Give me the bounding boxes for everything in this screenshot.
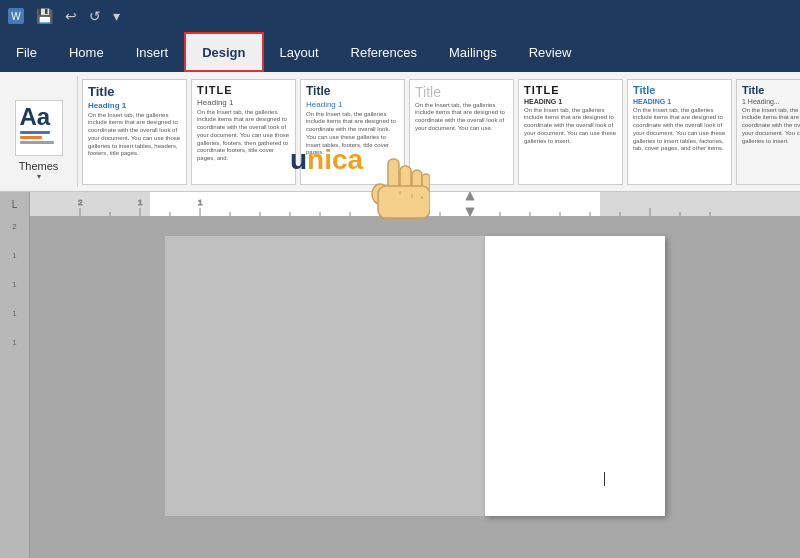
svg-text:2: 2	[78, 198, 83, 207]
undo-button[interactable]: ↩	[61, 8, 81, 24]
redo-button[interactable]: ↺	[85, 8, 105, 24]
page-left	[165, 236, 485, 516]
themes-aa-letter: Aa	[20, 105, 51, 129]
save-button[interactable]: 💾	[32, 8, 57, 24]
style-1-heading: Heading 1	[88, 101, 181, 110]
svg-rect-9	[150, 192, 600, 216]
svg-text:1: 1	[138, 198, 143, 207]
menu-review[interactable]: Review	[513, 32, 588, 72]
menu-insert[interactable]: Insert	[120, 32, 185, 72]
customize-button[interactable]: ▾	[109, 8, 124, 24]
style-1-title: Title	[88, 84, 181, 99]
text-cursor	[604, 472, 605, 486]
horizontal-ruler: 2 1 1	[30, 192, 800, 216]
themes-line-gray	[20, 141, 54, 144]
style-1-text: On the Insert tab, the galleries include…	[88, 112, 181, 159]
style-6-title: Title	[633, 84, 726, 96]
style-6-text: On the Insert tab, the galleries include…	[633, 107, 726, 154]
style-item-5[interactable]: TITLE HEADING 1 On the Insert tab, the g…	[518, 79, 623, 185]
menu-bar: File Home Insert Design Layout Reference…	[0, 32, 800, 72]
style-item-6[interactable]: Title HEADING 1 On the Insert tab, the g…	[627, 79, 732, 185]
style-item-3[interactable]: Title Heading 1 On the Insert tab, the g…	[300, 79, 405, 185]
style-3-title: Title	[306, 84, 399, 98]
ribbon: Aa Themes ▾ Title Heading 1 On the Inser…	[0, 72, 800, 192]
style-5-title: TITLE	[524, 84, 617, 96]
themes-line-orange	[20, 136, 43, 139]
vertical-ruler: 2 1 1 1 1	[0, 216, 30, 558]
document-canvas	[30, 216, 800, 558]
style-2-heading: Heading 1	[197, 98, 290, 107]
style-4-title: Title	[415, 84, 508, 100]
style-5-heading: HEADING 1	[524, 98, 617, 105]
title-bar: W 💾 ↩ ↺ ▾	[0, 0, 800, 32]
style-2-text: On the Insert tab, the galleries include…	[197, 109, 290, 164]
ruler-container: L 2 1 1	[0, 192, 800, 216]
style-item-2[interactable]: TITLE Heading 1 On the Insert tab, the g…	[191, 79, 296, 185]
style-6-heading: HEADING 1	[633, 98, 726, 105]
style-7-heading: 1 Heading...	[742, 98, 800, 105]
style-7-text: On the Insert tab, the galleries include…	[742, 107, 800, 146]
themes-label: Themes	[19, 160, 59, 172]
ruler-svg: 2 1 1	[30, 192, 800, 216]
style-3-heading: Heading 1	[306, 100, 399, 109]
quick-access-toolbar: 💾 ↩ ↺ ▾	[32, 8, 124, 24]
themes-color-lines	[20, 131, 58, 144]
menu-file[interactable]: File	[0, 32, 53, 72]
themes-line-blue	[20, 131, 50, 134]
style-item-1[interactable]: Title Heading 1 On the Insert tab, the g…	[82, 79, 187, 185]
style-2-title: TITLE	[197, 84, 290, 96]
menu-references[interactable]: References	[335, 32, 433, 72]
svg-text:1: 1	[198, 198, 203, 207]
style-4-text: On the Insert tab, the galleries include…	[415, 102, 508, 133]
themes-dropdown-arrow[interactable]: ▾	[37, 172, 41, 181]
style-3-text: On the Insert tab, the galleries include…	[306, 111, 399, 158]
menu-design[interactable]: Design	[184, 32, 263, 72]
style-item-4[interactable]: Title On the Insert tab, the galleries i…	[409, 79, 514, 185]
menu-layout[interactable]: Layout	[264, 32, 335, 72]
style-5-text: On the Insert tab, the galleries include…	[524, 107, 617, 146]
themes-button[interactable]: Aa	[15, 100, 63, 156]
themes-section[interactable]: Aa Themes ▾	[0, 76, 78, 187]
app-icon: W	[8, 8, 24, 24]
style-gallery: Title Heading 1 On the Insert tab, the g…	[78, 76, 800, 187]
menu-home[interactable]: Home	[53, 32, 120, 72]
style-item-7[interactable]: Title 1 Heading... On the Insert tab, th…	[736, 79, 800, 185]
menu-mailings[interactable]: Mailings	[433, 32, 513, 72]
style-7-title: Title	[742, 84, 800, 96]
page-right	[485, 236, 665, 516]
document-area: 2 1 1 1 1	[0, 216, 800, 558]
ruler-left-label: L	[0, 192, 30, 216]
